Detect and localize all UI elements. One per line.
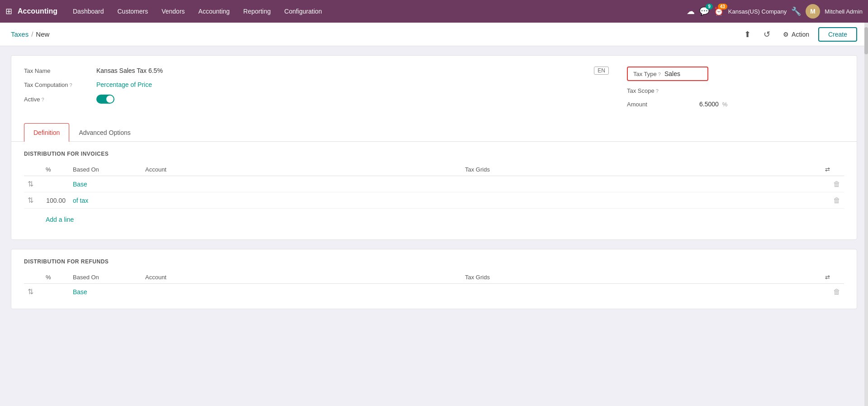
chat-badge: 9 bbox=[706, 4, 713, 10]
invoice-row1-basedon[interactable]: Base bbox=[69, 176, 142, 192]
breadcrumb-separator: / bbox=[31, 30, 33, 38]
tax-type-row: Tax Type? Sales bbox=[627, 67, 844, 81]
distribution-refunds-section: DISTRIBUTION FOR REFUNDS % Based On Acco… bbox=[11, 249, 857, 309]
tax-computation-value[interactable]: Percentage of Price bbox=[96, 81, 152, 88]
delete-row1-invoice-icon[interactable]: 🗑 bbox=[833, 180, 840, 188]
invoice-row1-taxgrids bbox=[461, 176, 821, 192]
upload-button[interactable]: ⬆ bbox=[740, 28, 754, 41]
distribution-refunds-card: DISTRIBUTION FOR REFUNDS % Based On Acco… bbox=[11, 249, 857, 309]
tax-type-label: Tax Type? bbox=[633, 71, 661, 77]
menu-item-customers[interactable]: Customers bbox=[111, 5, 155, 18]
invoice-row1-percent bbox=[42, 176, 69, 192]
distribution-refunds-table: % Based On Account Tax Grids ⇄ ⇅ Base bbox=[24, 271, 844, 300]
breadcrumb-bar: Taxes / New ⬆ ↺ ⚙ Action Create bbox=[0, 23, 868, 46]
menu-item-vendors[interactable]: Vendors bbox=[155, 5, 191, 18]
refund-row1-account bbox=[142, 284, 461, 300]
tax-computation-row: Tax Computation? Percentage of Price bbox=[24, 81, 609, 88]
invoices-adjust-icon[interactable]: ⇄ bbox=[825, 166, 830, 173]
add-line-row: Add a line bbox=[24, 209, 844, 231]
sort-icon[interactable]: ⇅ bbox=[28, 180, 33, 188]
invoice-row2-percent: 100.00 bbox=[42, 192, 69, 209]
invoice-row1-account bbox=[142, 176, 461, 192]
invoices-col-taxgrids: Tax Grids bbox=[461, 163, 821, 176]
top-navigation: ⊞ Accounting Dashboard Customers Vendors… bbox=[0, 0, 868, 23]
menu-item-dashboard[interactable]: Dashboard bbox=[66, 5, 110, 18]
distribution-invoices-table: % Based On Account Tax Grids ⇄ ⇅ Base bbox=[24, 163, 844, 230]
toolbar: ⬆ ↺ ⚙ Action Create bbox=[740, 27, 857, 42]
action-button[interactable]: ⚙ Action bbox=[779, 29, 813, 40]
amount-row: Amount 6.5000 % bbox=[627, 100, 844, 108]
reset-button[interactable]: ↺ bbox=[760, 28, 774, 41]
activity-badge: 43 bbox=[718, 4, 727, 10]
tax-computation-help[interactable]: ? bbox=[70, 82, 72, 88]
grid-icon[interactable]: ⊞ bbox=[5, 6, 12, 16]
breadcrumb-current: New bbox=[36, 30, 49, 38]
refunds-col-taxgrids: Tax Grids bbox=[461, 271, 821, 284]
settings-icon[interactable]: 🔧 bbox=[791, 6, 801, 16]
tax-type-box[interactable]: Tax Type? Sales bbox=[627, 67, 708, 81]
tab-definition[interactable]: Definition bbox=[24, 123, 69, 142]
menu-item-accounting[interactable]: Accounting bbox=[192, 5, 236, 18]
tax-scope-help[interactable]: ? bbox=[656, 88, 659, 94]
activity-icon[interactable]: ⏰ 43 bbox=[714, 6, 724, 16]
topnav-right: ☁ 💬 9 ⏰ 43 Kansas(US) Company 🔧 M Mitche… bbox=[687, 4, 863, 19]
top-menu: Dashboard Customers Vendors Accounting R… bbox=[66, 5, 685, 18]
invoices-col-account: Account bbox=[142, 163, 461, 176]
toggle-knob bbox=[106, 96, 114, 103]
tax-name-label: Tax Name bbox=[24, 67, 96, 74]
active-row: Active? bbox=[24, 95, 609, 104]
cloud-icon[interactable]: ☁ bbox=[687, 6, 695, 16]
sort-icon-2[interactable]: ⇅ bbox=[28, 196, 33, 204]
create-button[interactable]: Create bbox=[818, 27, 857, 42]
menu-item-reporting[interactable]: Reporting bbox=[237, 5, 277, 18]
avatar[interactable]: M bbox=[806, 4, 820, 19]
tax-name-row: Tax Name Kansas Sales Tax 6.5% EN bbox=[24, 67, 609, 75]
company-name[interactable]: Kansas(US) Company bbox=[728, 8, 787, 15]
refunds-col-account: Account bbox=[142, 271, 461, 284]
en-button[interactable]: EN bbox=[594, 67, 609, 75]
invoices-col-basedon: Based On bbox=[69, 163, 142, 176]
form-card: Tax Name Kansas Sales Tax 6.5% EN Tax Co… bbox=[11, 55, 857, 240]
scrollbar-thumb[interactable] bbox=[864, 27, 868, 54]
tax-computation-label: Tax Computation? bbox=[24, 81, 96, 88]
app-brand[interactable]: Accounting bbox=[18, 7, 57, 15]
invoice-row2-account bbox=[142, 192, 461, 209]
tax-scope-label: Tax Scope? bbox=[627, 87, 699, 94]
action-label: Action bbox=[792, 31, 809, 38]
amount-value[interactable]: 6.5000 bbox=[699, 100, 719, 108]
amount-label: Amount bbox=[627, 101, 699, 108]
distribution-invoices-title: DISTRIBUTION FOR INVOICES bbox=[24, 151, 844, 157]
main-content: Tax Name Kansas Sales Tax 6.5% EN Tax Co… bbox=[0, 46, 868, 406]
invoice-row2-basedon[interactable]: of tax bbox=[69, 192, 142, 209]
table-row: ⇅ 100.00 of tax 🗑 bbox=[24, 192, 844, 209]
form-columns: Tax Name Kansas Sales Tax 6.5% EN Tax Co… bbox=[24, 67, 844, 114]
refund-sort-icon[interactable]: ⇅ bbox=[28, 288, 33, 296]
table-row: ⇅ Base 🗑 bbox=[24, 176, 844, 192]
refund-row1-taxgrids bbox=[461, 284, 821, 300]
breadcrumb: Taxes / New bbox=[11, 30, 49, 38]
username: Mitchell Admin bbox=[825, 8, 863, 15]
scrollbar[interactable] bbox=[864, 23, 868, 406]
chat-icon[interactable]: 💬 9 bbox=[699, 6, 709, 16]
active-label: Active? bbox=[24, 96, 96, 103]
tax-type-help[interactable]: ? bbox=[658, 72, 661, 77]
tab-advanced-options[interactable]: Advanced Options bbox=[69, 123, 140, 142]
amount-symbol: % bbox=[722, 101, 728, 108]
table-row: ⇅ Base 🗑 bbox=[24, 284, 844, 300]
tax-name-value[interactable]: Kansas Sales Tax 6.5% bbox=[96, 67, 588, 74]
invoice-row2-taxgrids bbox=[461, 192, 821, 209]
refunds-col-percent: % bbox=[42, 271, 69, 284]
tax-type-value[interactable]: Sales bbox=[664, 70, 702, 77]
menu-item-configuration[interactable]: Configuration bbox=[278, 5, 328, 18]
form-col-right: Tax Type? Sales Tax Scope? bbox=[627, 67, 844, 114]
active-help[interactable]: ? bbox=[41, 97, 44, 102]
refunds-col-basedon: Based On bbox=[69, 271, 142, 284]
add-line-invoices-button[interactable]: Add a line bbox=[46, 212, 74, 227]
breadcrumb-parent[interactable]: Taxes bbox=[11, 30, 28, 38]
refund-row1-basedon[interactable]: Base bbox=[69, 284, 142, 300]
delete-row2-invoice-icon[interactable]: 🗑 bbox=[833, 196, 840, 205]
active-toggle[interactable] bbox=[96, 95, 114, 104]
refund-row1-percent bbox=[42, 284, 69, 300]
refunds-adjust-icon[interactable]: ⇄ bbox=[825, 274, 830, 281]
delete-row1-refund-icon[interactable]: 🗑 bbox=[833, 288, 840, 296]
